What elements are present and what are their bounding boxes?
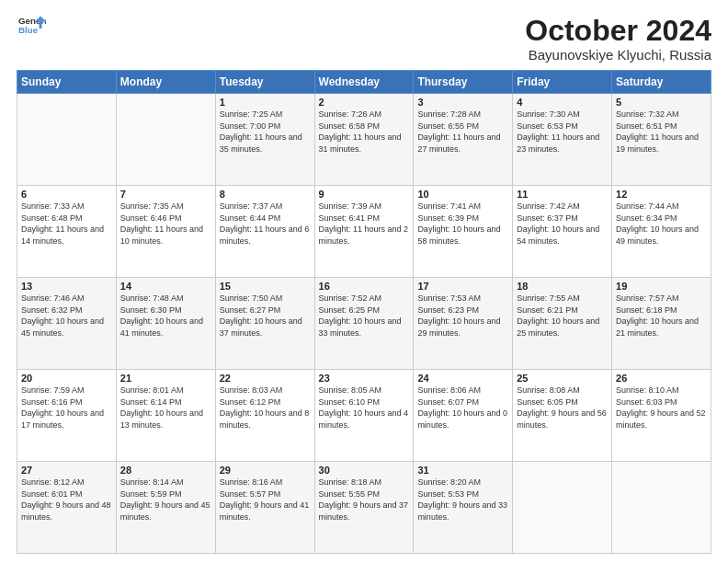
day-info: Sunrise: 7:28 AM Sunset: 6:55 PM Dayligh… [417,109,508,155]
calendar-cell: 1Sunrise: 7:25 AM Sunset: 7:00 PM Daylig… [215,94,314,186]
calendar-cell: 3Sunrise: 7:28 AM Sunset: 6:55 PM Daylig… [414,94,513,186]
calendar-week-5: 27Sunrise: 8:12 AM Sunset: 6:01 PM Dayli… [17,462,711,554]
day-number: 6 [21,189,112,200]
calendar-cell: 22Sunrise: 8:03 AM Sunset: 6:12 PM Dayli… [215,370,314,462]
day-info: Sunrise: 8:08 AM Sunset: 6:05 PM Dayligh… [517,385,608,431]
calendar-cell: 20Sunrise: 7:59 AM Sunset: 6:16 PM Dayli… [17,370,117,462]
calendar-cell: 18Sunrise: 7:55 AM Sunset: 6:21 PM Dayli… [513,278,612,370]
calendar-cell: 5Sunrise: 7:32 AM Sunset: 6:51 PM Daylig… [612,94,711,186]
day-info: Sunrise: 7:26 AM Sunset: 6:58 PM Dayligh… [319,109,410,155]
calendar-week-3: 13Sunrise: 7:46 AM Sunset: 6:32 PM Dayli… [17,278,711,370]
calendar-cell: 17Sunrise: 7:53 AM Sunset: 6:23 PM Dayli… [414,278,513,370]
day-number: 16 [319,281,410,292]
day-number: 28 [120,465,211,476]
day-info: Sunrise: 8:14 AM Sunset: 5:59 PM Dayligh… [120,477,211,523]
day-number: 10 [417,189,508,200]
day-number: 8 [220,189,311,200]
day-number: 14 [120,281,211,292]
calendar-cell: 14Sunrise: 7:48 AM Sunset: 6:30 PM Dayli… [116,278,215,370]
day-info: Sunrise: 7:48 AM Sunset: 6:30 PM Dayligh… [120,293,211,339]
calendar-cell: 30Sunrise: 8:18 AM Sunset: 5:55 PM Dayli… [314,462,414,554]
calendar-cell: 4Sunrise: 7:30 AM Sunset: 6:53 PM Daylig… [513,94,612,186]
day-number: 19 [616,281,707,292]
col-friday: Friday [513,71,612,94]
calendar-cell: 16Sunrise: 7:52 AM Sunset: 6:25 PM Dayli… [314,278,414,370]
calendar-cell [612,462,711,554]
day-number: 5 [616,97,707,108]
calendar-cell: 9Sunrise: 7:39 AM Sunset: 6:41 PM Daylig… [314,186,414,278]
day-number: 31 [417,465,508,476]
col-monday: Monday [116,71,215,94]
day-number: 29 [220,465,311,476]
calendar-cell: 31Sunrise: 8:20 AM Sunset: 5:53 PM Dayli… [414,462,513,554]
calendar-week-2: 6Sunrise: 7:33 AM Sunset: 6:48 PM Daylig… [17,186,711,278]
day-number: 4 [517,97,608,108]
day-number: 27 [21,465,112,476]
calendar-cell [17,94,117,186]
calendar-cell [513,462,612,554]
svg-text:Blue: Blue [18,25,39,35]
calendar-cell: 28Sunrise: 8:14 AM Sunset: 5:59 PM Dayli… [116,462,215,554]
day-number: 24 [417,373,508,384]
day-info: Sunrise: 8:16 AM Sunset: 5:57 PM Dayligh… [220,477,311,523]
day-info: Sunrise: 7:41 AM Sunset: 6:39 PM Dayligh… [417,201,508,247]
day-info: Sunrise: 7:33 AM Sunset: 6:48 PM Dayligh… [21,201,112,247]
day-info: Sunrise: 7:25 AM Sunset: 7:00 PM Dayligh… [220,109,311,155]
calendar-cell: 11Sunrise: 7:42 AM Sunset: 6:37 PM Dayli… [513,186,612,278]
day-info: Sunrise: 7:59 AM Sunset: 6:16 PM Dayligh… [21,385,112,431]
calendar-week-4: 20Sunrise: 7:59 AM Sunset: 6:16 PM Dayli… [17,370,711,462]
day-number: 17 [417,281,508,292]
day-info: Sunrise: 7:55 AM Sunset: 6:21 PM Dayligh… [517,293,608,339]
title-block: October 2024 Bayunovskiye Klyuchi, Russi… [525,15,711,63]
calendar-cell: 10Sunrise: 7:41 AM Sunset: 6:39 PM Dayli… [414,186,513,278]
day-number: 22 [220,373,311,384]
day-info: Sunrise: 8:20 AM Sunset: 5:53 PM Dayligh… [417,477,508,523]
calendar-header-row: Sunday Monday Tuesday Wednesday Thursday… [17,71,711,94]
calendar-cell: 6Sunrise: 7:33 AM Sunset: 6:48 PM Daylig… [17,186,117,278]
day-info: Sunrise: 7:50 AM Sunset: 6:27 PM Dayligh… [220,293,311,339]
day-info: Sunrise: 7:53 AM Sunset: 6:23 PM Dayligh… [417,293,508,339]
calendar-cell: 29Sunrise: 8:16 AM Sunset: 5:57 PM Dayli… [215,462,314,554]
day-number: 3 [417,97,508,108]
header: General Blue October 2024 Bayunovskiye K… [17,15,711,63]
day-info: Sunrise: 8:05 AM Sunset: 6:10 PM Dayligh… [319,385,410,431]
day-info: Sunrise: 7:46 AM Sunset: 6:32 PM Dayligh… [21,293,112,339]
calendar-cell: 24Sunrise: 8:06 AM Sunset: 6:07 PM Dayli… [414,370,513,462]
col-sunday: Sunday [17,71,117,94]
calendar-cell: 15Sunrise: 7:50 AM Sunset: 6:27 PM Dayli… [215,278,314,370]
calendar-cell: 13Sunrise: 7:46 AM Sunset: 6:32 PM Dayli… [17,278,117,370]
day-info: Sunrise: 7:57 AM Sunset: 6:18 PM Dayligh… [616,293,707,339]
day-info: Sunrise: 8:03 AM Sunset: 6:12 PM Dayligh… [220,385,311,431]
day-number: 1 [220,97,311,108]
day-info: Sunrise: 8:12 AM Sunset: 6:01 PM Dayligh… [21,477,112,523]
calendar: Sunday Monday Tuesday Wednesday Thursday… [17,70,711,554]
day-info: Sunrise: 7:35 AM Sunset: 6:46 PM Dayligh… [120,201,211,247]
day-number: 13 [21,281,112,292]
day-info: Sunrise: 8:06 AM Sunset: 6:07 PM Dayligh… [417,385,508,431]
day-number: 21 [120,373,211,384]
logo-icon: General Blue [18,15,46,37]
day-number: 20 [21,373,112,384]
day-info: Sunrise: 7:37 AM Sunset: 6:44 PM Dayligh… [220,201,311,247]
day-info: Sunrise: 8:01 AM Sunset: 6:14 PM Dayligh… [120,385,211,431]
day-info: Sunrise: 7:30 AM Sunset: 6:53 PM Dayligh… [517,109,608,155]
calendar-week-1: 1Sunrise: 7:25 AM Sunset: 7:00 PM Daylig… [17,94,711,186]
day-number: 7 [120,189,211,200]
calendar-cell: 2Sunrise: 7:26 AM Sunset: 6:58 PM Daylig… [314,94,414,186]
calendar-cell: 26Sunrise: 8:10 AM Sunset: 6:03 PM Dayli… [612,370,711,462]
day-info: Sunrise: 7:42 AM Sunset: 6:37 PM Dayligh… [517,201,608,247]
day-info: Sunrise: 7:44 AM Sunset: 6:34 PM Dayligh… [616,201,707,247]
calendar-cell: 7Sunrise: 7:35 AM Sunset: 6:46 PM Daylig… [116,186,215,278]
day-number: 23 [319,373,410,384]
logo: General Blue [17,15,46,40]
day-number: 25 [517,373,608,384]
day-number: 30 [319,465,410,476]
day-info: Sunrise: 7:39 AM Sunset: 6:41 PM Dayligh… [319,201,410,247]
day-info: Sunrise: 8:18 AM Sunset: 5:55 PM Dayligh… [319,477,410,523]
calendar-cell: 27Sunrise: 8:12 AM Sunset: 6:01 PM Dayli… [17,462,117,554]
col-thursday: Thursday [414,71,513,94]
day-number: 11 [517,189,608,200]
calendar-cell: 19Sunrise: 7:57 AM Sunset: 6:18 PM Dayli… [612,278,711,370]
calendar-cell: 21Sunrise: 8:01 AM Sunset: 6:14 PM Dayli… [116,370,215,462]
day-number: 9 [319,189,410,200]
